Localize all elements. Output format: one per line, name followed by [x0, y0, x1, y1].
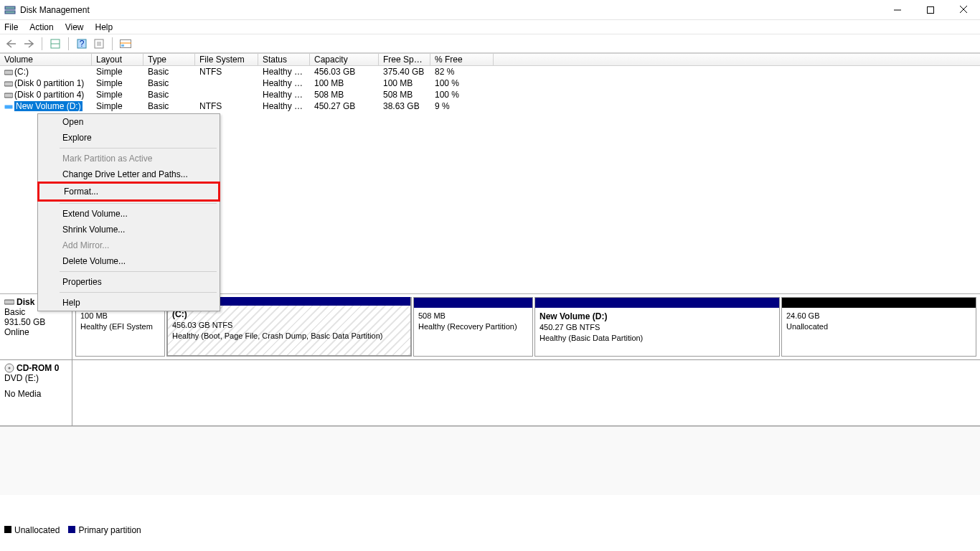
- svg-rect-3: [928, 6, 934, 13]
- menu-view[interactable]: View: [65, 22, 84, 32]
- cdrom-partitions: [72, 360, 980, 425]
- legend-unallocated-label: Unallocated: [14, 525, 60, 535]
- svg-rect-19: [4, 300, 14, 304]
- column-header-free[interactable]: Free Spa...: [379, 54, 430, 65]
- partition-body: 508 MBHealthy (Recovery Partition): [414, 308, 532, 356]
- table-cell-free: 508 MB: [379, 90, 430, 100]
- maximize-button[interactable]: [914, 0, 947, 20]
- partition-box[interactable]: 508 MBHealthy (Recovery Partition): [413, 297, 533, 357]
- back-button[interactable]: [4, 37, 19, 51]
- table-cell-free: 375.40 GB: [379, 67, 430, 77]
- partition-header: [535, 298, 779, 308]
- partition-header: [414, 298, 532, 308]
- partition-box[interactable]: New Volume (D:)450.27 GB NTFSHealthy (Ba…: [534, 297, 780, 357]
- toolbar: ?: [0, 34, 980, 53]
- menubar: File Action View Help: [0, 20, 980, 34]
- context-menu-item[interactable]: Properties: [38, 274, 220, 290]
- window-title: Disk Management: [20, 5, 881, 15]
- disk-0-size: 931.50 GB: [4, 317, 67, 327]
- context-menu-item[interactable]: Explore: [38, 130, 220, 146]
- context-menu-item[interactable]: Open: [38, 114, 220, 130]
- svg-rect-16: [4, 82, 13, 86]
- cdrom-row: CD-ROM 0 DVD (E:) No Media: [0, 360, 980, 426]
- svg-rect-14: [121, 44, 124, 47]
- legend: Unallocated Primary partition: [4, 525, 141, 535]
- table-cell-status: Healthy (B...: [258, 101, 310, 111]
- svg-rect-15: [4, 70, 13, 75]
- svg-rect-18: [4, 105, 13, 109]
- tb-layout-icon[interactable]: [118, 37, 133, 51]
- table-cell-layout: Simple: [92, 78, 143, 88]
- table-cell-volume: (Disk 0 partition 4): [0, 90, 92, 100]
- empty-graphical-space: [0, 426, 980, 495]
- cdrom-label[interactable]: CD-ROM 0 DVD (E:) No Media: [0, 360, 72, 425]
- table-cell-pct: 82 %: [430, 67, 494, 77]
- table-cell-capacity: 456.03 GB: [310, 67, 379, 77]
- column-header-type[interactable]: Type: [143, 54, 195, 65]
- table-row[interactable]: (Disk 0 partition 1)SimpleBasicHealthy (…: [0, 77, 980, 89]
- volume-table-body: (C:)SimpleBasicNTFSHealthy (B...456.03 G…: [0, 66, 980, 112]
- context-menu-item[interactable]: Shrink Volume...: [38, 222, 220, 237]
- column-header-layout[interactable]: Layout: [92, 54, 143, 65]
- menu-action[interactable]: Action: [29, 22, 53, 32]
- table-cell-type: Basic: [143, 90, 195, 100]
- context-menu: OpenExploreMark Partition as ActiveChang…: [37, 113, 220, 311]
- column-header-volume[interactable]: Volume: [0, 54, 92, 65]
- context-menu-separator: [60, 292, 217, 293]
- legend-primary-swatch: [68, 526, 75, 533]
- table-cell-volume: New Volume (D:): [0, 101, 92, 111]
- svg-rect-17: [4, 93, 13, 98]
- close-button[interactable]: [947, 0, 980, 20]
- partition-body: 100 MBHealthy (EFI System: [76, 308, 164, 356]
- svg-rect-11: [97, 42, 101, 46]
- context-menu-separator: [60, 148, 217, 149]
- context-menu-separator: [60, 271, 217, 272]
- table-cell-status: Healthy (E...: [258, 78, 310, 88]
- context-menu-item[interactable]: Extend Volume...: [38, 206, 220, 222]
- svg-rect-0: [5, 6, 15, 9]
- table-cell-type: Basic: [143, 78, 195, 88]
- table-row[interactable]: New Volume (D:)SimpleBasicNTFSHealthy (B…: [0, 100, 980, 112]
- column-header-status[interactable]: Status: [258, 54, 310, 65]
- disk-0-state: Online: [4, 327, 67, 337]
- menu-file[interactable]: File: [4, 22, 18, 32]
- cdrom-line1: DVD (E:): [4, 373, 67, 383]
- legend-primary-label: Primary partition: [78, 525, 141, 535]
- context-menu-item[interactable]: Help: [38, 295, 220, 311]
- partition-body: New Volume (D:)450.27 GB NTFSHealthy (Ba…: [535, 308, 779, 356]
- table-cell-layout: Simple: [92, 90, 143, 100]
- graphical-pane: Disk 0 Basic 931.50 GB Online 100 MBHeal…: [0, 293, 980, 495]
- table-cell-type: Basic: [143, 67, 195, 77]
- partition-box[interactable]: 24.60 GBUnallocated: [781, 297, 976, 357]
- table-cell-layout: Simple: [92, 67, 143, 77]
- table-cell-capacity: 450.27 GB: [310, 101, 379, 111]
- table-cell-pct: 100 %: [430, 90, 494, 100]
- column-header-fs[interactable]: File System: [195, 54, 258, 65]
- context-menu-separator: [60, 203, 217, 204]
- context-menu-item[interactable]: Delete Volume...: [38, 253, 220, 269]
- context-menu-item[interactable]: Change Drive Letter and Paths...: [38, 166, 220, 182]
- cdrom-line2: No Media: [4, 389, 67, 399]
- column-header-pct[interactable]: % Free: [430, 54, 494, 65]
- table-cell-capacity: 100 MB: [310, 78, 379, 88]
- svg-point-21: [9, 367, 11, 369]
- partition-header: [782, 298, 976, 308]
- table-row[interactable]: (C:)SimpleBasicNTFSHealthy (B...456.03 G…: [0, 66, 980, 77]
- titlebar: Disk Management: [0, 0, 980, 20]
- table-cell-fs: NTFS: [195, 67, 258, 77]
- minimize-button[interactable]: [881, 0, 914, 20]
- tb-help-icon[interactable]: ?: [75, 37, 89, 51]
- column-header-capacity[interactable]: Capacity: [310, 54, 379, 65]
- menu-help[interactable]: Help: [95, 22, 113, 32]
- table-cell-volume: (Disk 0 partition 1): [0, 78, 92, 88]
- svg-rect-1: [5, 11, 15, 14]
- table-row[interactable]: (Disk 0 partition 4)SimpleBasicHealthy (…: [0, 89, 980, 100]
- context-menu-item: Add Mirror...: [38, 237, 220, 253]
- context-menu-item[interactable]: Format...: [37, 182, 220, 202]
- partition-body: (C:)456.03 GB NTFSHealthy (Boot, Page Fi…: [168, 306, 410, 355]
- legend-unallocated-swatch: [4, 526, 11, 533]
- volume-table-header: VolumeLayoutTypeFile SystemStatusCapacit…: [0, 53, 980, 66]
- forward-button[interactable]: [22, 37, 36, 51]
- tb-settings-icon[interactable]: [92, 37, 106, 51]
- tb-view-icon[interactable]: [48, 37, 62, 51]
